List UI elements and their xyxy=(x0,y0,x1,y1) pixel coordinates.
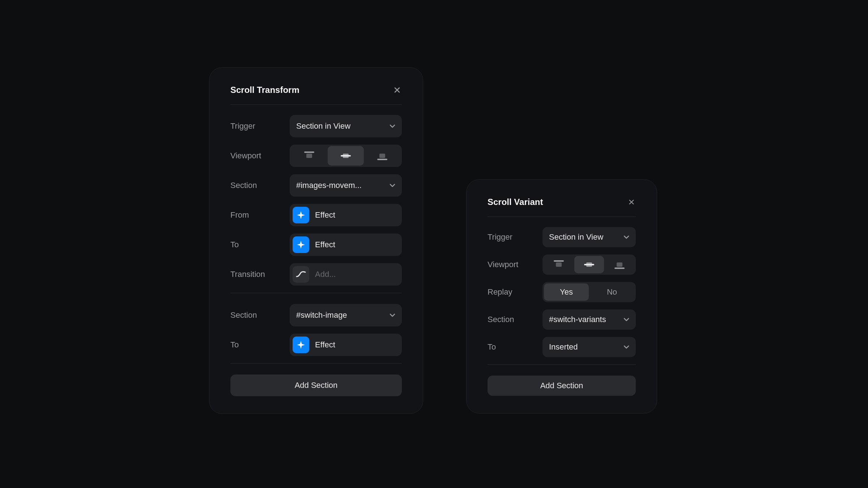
to-value-2: Effect xyxy=(315,340,395,350)
trigger-label: Trigger xyxy=(230,121,290,131)
from-value: Effect xyxy=(315,210,395,220)
viewport-bottom-button[interactable] xyxy=(365,146,400,166)
viewport-label: Viewport xyxy=(488,260,542,269)
panel-header: Scroll Transform xyxy=(230,85,402,105)
to-row-1: To Effect xyxy=(230,234,402,256)
viewport-middle-button[interactable] xyxy=(574,256,604,273)
from-effect-button[interactable]: Effect xyxy=(290,204,402,226)
divider xyxy=(230,363,402,364)
to-value: Inserted xyxy=(549,342,621,352)
align-middle-icon xyxy=(584,260,594,269)
align-top-icon xyxy=(554,260,564,269)
to-label: To xyxy=(230,340,290,350)
section-select[interactable]: #switch-variants xyxy=(542,309,636,330)
to-effect-button-2[interactable]: Effect xyxy=(290,334,402,356)
align-middle-icon xyxy=(341,151,351,160)
trigger-row: Trigger Section in View xyxy=(230,115,402,137)
align-top-icon xyxy=(304,151,314,160)
section-select-2[interactable]: #switch-image xyxy=(290,304,402,326)
viewport-row: Viewport xyxy=(230,145,402,167)
panel-title: Scroll Transform xyxy=(230,85,299,95)
to-value-1: Effect xyxy=(315,240,395,249)
chevron-down-icon xyxy=(390,184,395,187)
section-value-2: #switch-image xyxy=(296,311,387,320)
section-value-1: #images-movem... xyxy=(296,181,387,190)
trigger-value: Section in View xyxy=(549,232,621,242)
viewport-label: Viewport xyxy=(230,151,290,160)
scroll-transform-panel: Scroll Transform Trigger Section in View… xyxy=(209,67,423,414)
from-label: From xyxy=(230,210,290,220)
viewport-segmented xyxy=(290,145,402,167)
from-row: From Effect xyxy=(230,204,402,226)
transition-label: Transition xyxy=(230,270,290,279)
viewport-segmented xyxy=(542,254,636,275)
close-icon[interactable] xyxy=(392,85,402,95)
scroll-variant-panel: Scroll Variant Trigger Section in View V… xyxy=(466,179,657,414)
add-section-button[interactable]: Add Section xyxy=(488,376,636,396)
replay-no-button[interactable]: No xyxy=(590,283,634,301)
section-value: #switch-variants xyxy=(549,315,621,324)
viewport-top-button[interactable] xyxy=(544,256,574,273)
sparkle-icon xyxy=(293,236,309,253)
replay-yes-button[interactable]: Yes xyxy=(544,283,589,301)
sparkle-icon xyxy=(293,337,309,353)
chevron-down-icon xyxy=(624,345,629,349)
transition-placeholder: Add... xyxy=(315,270,395,279)
to-label: To xyxy=(488,342,542,352)
add-section-button[interactable]: Add Section xyxy=(230,374,402,396)
chevron-down-icon xyxy=(624,318,629,321)
viewport-top-button[interactable] xyxy=(291,146,327,166)
section-label: Section xyxy=(230,311,290,320)
chevron-down-icon xyxy=(624,235,629,239)
panel-title: Scroll Variant xyxy=(488,197,543,207)
section-row: Section #switch-variants xyxy=(488,309,636,330)
transition-row: Transition Add... xyxy=(230,263,402,286)
section-select-1[interactable]: #images-movem... xyxy=(290,174,402,197)
close-icon[interactable] xyxy=(627,198,636,206)
trigger-label: Trigger xyxy=(488,232,542,242)
divider xyxy=(230,293,402,293)
section-label: Section xyxy=(230,181,290,190)
chevron-down-icon xyxy=(390,313,395,317)
align-bottom-icon xyxy=(377,151,387,160)
to-row: To Inserted xyxy=(488,337,636,357)
divider xyxy=(488,364,636,365)
to-row-2: To Effect xyxy=(230,334,402,356)
replay-label: Replay xyxy=(488,287,542,297)
viewport-middle-button[interactable] xyxy=(328,146,363,166)
trigger-select[interactable]: Section in View xyxy=(542,227,636,247)
section-row-2: Section #switch-image xyxy=(230,304,402,326)
trigger-row: Trigger Section in View xyxy=(488,227,636,247)
to-effect-button-1[interactable]: Effect xyxy=(290,234,402,256)
to-select[interactable]: Inserted xyxy=(542,337,636,357)
transition-button[interactable]: Add... xyxy=(290,263,402,286)
curve-icon xyxy=(293,266,309,283)
align-bottom-icon xyxy=(614,260,625,269)
section-label: Section xyxy=(488,315,542,324)
panel-header: Scroll Variant xyxy=(488,197,636,217)
trigger-value: Section in View xyxy=(296,121,387,131)
to-label: To xyxy=(230,240,290,249)
trigger-select[interactable]: Section in View xyxy=(290,115,402,137)
viewport-row: Viewport xyxy=(488,254,636,275)
replay-segmented: Yes No xyxy=(542,282,636,302)
section-row-1: Section #images-movem... xyxy=(230,174,402,197)
replay-row: Replay Yes No xyxy=(488,282,636,302)
sparkle-icon xyxy=(293,207,309,223)
viewport-bottom-button[interactable] xyxy=(605,256,634,273)
chevron-down-icon xyxy=(390,124,395,128)
